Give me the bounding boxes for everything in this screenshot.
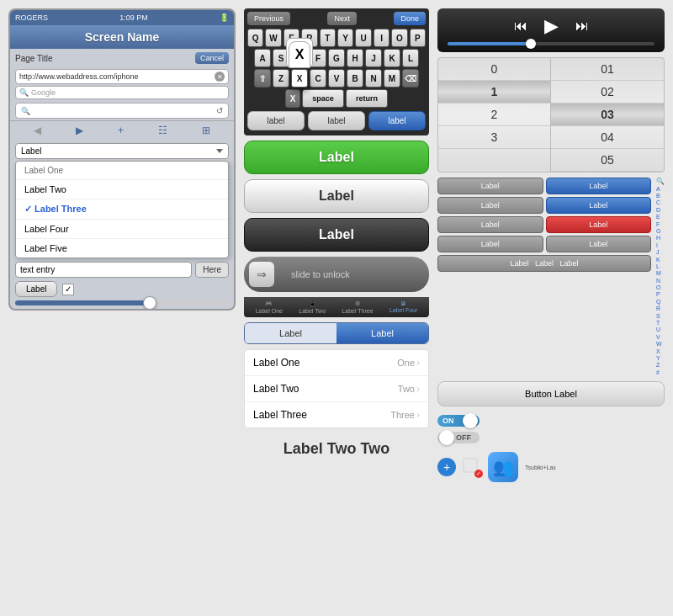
key-m[interactable]: M [384,69,400,88]
google-search-bar[interactable]: 🔍 Google [15,86,229,99]
alpha-w[interactable]: W [656,341,665,348]
btn-gray-4[interactable]: Label [437,236,543,252]
checkbox[interactable]: ✓ [62,284,74,295]
key-return[interactable]: return [346,89,388,108]
browser-search-bar[interactable]: 🔍 ↺ [15,103,229,119]
key-i[interactable]: I [374,29,389,47]
alpha-d[interactable]: D [656,207,665,214]
label-btn-gray-1[interactable]: label [247,111,305,130]
alpha-f[interactable]: F [656,221,665,228]
key-y[interactable]: Y [337,29,353,47]
label-button-small[interactable]: Label [15,281,57,297]
key-c[interactable]: C [310,69,326,88]
alpha-hash[interactable]: # [656,369,665,376]
key-z[interactable]: Z [273,69,289,88]
toggle-off[interactable]: OFF [437,432,480,443]
list-item[interactable]: ✓ Label Three [16,199,228,220]
app-icon[interactable]: 👥 [488,452,518,482]
alpha-r[interactable]: R [656,305,665,312]
alpha-o[interactable]: O [656,284,665,291]
alpha-b[interactable]: B [656,193,665,199]
key-o[interactable]: O [391,29,407,47]
alpha-j[interactable]: J [656,249,665,256]
key-p[interactable]: P [410,29,426,47]
list-row-1[interactable]: Label One One › [245,350,428,376]
tab-icon-item-2[interactable]: 📱 Label Two [299,300,326,314]
picker-item[interactable]: 01 [551,58,664,81]
picker-item[interactable]: 04 [551,126,664,149]
add-circle-button[interactable]: + [437,458,456,476]
btn-gray-1[interactable]: Label [437,178,543,194]
list-row-2[interactable]: Label Two Two › [245,376,428,402]
dropdown-select[interactable]: Label [15,143,229,159]
tab-icon-item-4[interactable]: 🖥 Label Four [389,300,417,314]
alpha-p[interactable]: P [656,291,665,298]
dark-button[interactable]: Label [244,218,429,252]
previous-button[interactable]: Previous [247,12,290,25]
tab-icon-item-3[interactable]: ⚙ Label Three [342,300,373,314]
key-a[interactable]: A [254,49,271,67]
cancel-button[interactable]: Cancel [195,52,229,64]
next-button[interactable]: Next [327,12,357,25]
key-g[interactable]: G [328,49,345,67]
white-button[interactable]: Label [244,179,429,213]
btn-gray-2[interactable]: Label [437,197,543,214]
alpha-m[interactable]: M [656,270,665,277]
alpha-search[interactable]: 🔍 [656,178,665,186]
key-t[interactable]: T [320,29,336,47]
list-item[interactable]: Label Four [16,220,228,239]
text-entry-input[interactable] [15,262,192,278]
btn-blue-2[interactable]: Label [546,197,652,214]
forward-icon[interactable]: ▶ [76,125,83,136]
url-bar[interactable]: ✕ [15,69,229,84]
tab-icon-item-1[interactable]: 🎮 Label One [256,300,283,314]
btn-gray-5[interactable]: Label [546,236,652,252]
label-btn-gray-2[interactable]: label [308,111,365,130]
toggle-on[interactable]: ON [437,415,480,427]
picker-wheel[interactable]: 0 1 2 3 01 02 03 04 05 [437,57,665,173]
green-button[interactable]: Label [244,141,429,174]
alpha-c[interactable]: C [656,199,665,206]
key-u[interactable]: U [355,29,371,47]
alpha-g[interactable]: G [656,228,665,235]
alpha-e[interactable]: E [656,214,665,220]
prev-button[interactable]: ⏮ [514,19,527,34]
key-j[interactable]: J [365,49,382,67]
btn-gray-3[interactable]: Label [437,216,543,233]
btn-red-1[interactable]: Label [546,216,652,233]
key-w[interactable]: W [265,29,281,47]
alpha-l[interactable]: L [656,263,665,270]
list-item[interactable]: Label Two [16,180,228,199]
list-row-3[interactable]: Label Three Three › [245,402,428,427]
alpha-k[interactable]: K [656,257,665,263]
key-backspace[interactable]: ⌫ [402,69,419,88]
url-clear-button[interactable]: ✕ [215,72,225,82]
btn-wide-gray[interactable]: Label Label Label [437,255,651,272]
slide-to-unlock-bar[interactable]: ⇒ slide to unlock [244,257,429,292]
picker-item[interactable]: 2 [438,104,550,126]
picker-item[interactable]: 1 [438,81,550,104]
key-k[interactable]: K [384,49,400,67]
key-x-bottom[interactable]: X [285,89,300,108]
alpha-x[interactable]: X [656,348,665,355]
refresh-icon[interactable]: ↺ [216,106,223,115]
picker-item[interactable]: 05 [551,149,664,172]
slider-thumb[interactable] [143,296,156,310]
share-icon[interactable]: ⊞ [202,125,210,136]
key-h[interactable]: H [347,49,363,67]
bookmark-icon[interactable]: ☷ [158,125,167,136]
picker-item[interactable]: 03 [551,104,664,126]
alpha-i[interactable]: I [656,242,665,249]
done-button[interactable]: Done [394,12,426,25]
alpha-a[interactable]: A [656,186,665,193]
label-btn-blue[interactable]: label [368,111,426,130]
alpha-t[interactable]: T [656,320,665,327]
media-progress-thumb[interactable] [526,39,536,49]
alpha-v[interactable]: V [656,334,665,341]
alpha-z[interactable]: Z [656,362,665,369]
seg-tab-2[interactable]: Label [336,323,428,343]
big-button-label[interactable]: Button Label [437,381,665,406]
next-button[interactable]: ⏭ [575,19,589,34]
alpha-s[interactable]: S [656,313,665,320]
key-shift[interactable]: ⇧ [254,69,271,88]
